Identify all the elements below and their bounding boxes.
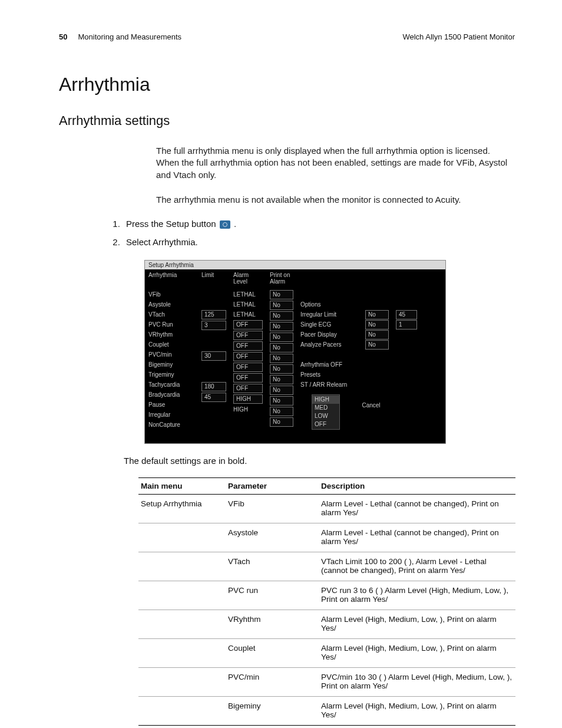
section-title: Monitoring and Measurements — [78, 32, 181, 41]
print-select[interactable]: No — [270, 417, 293, 427]
print-select[interactable]: No — [270, 322, 293, 331]
row-label: Irregular — [148, 410, 194, 420]
row-label: VTach — [148, 309, 194, 319]
limit-input[interactable]: 125 — [201, 310, 226, 319]
print-select[interactable]: No — [270, 407, 293, 416]
heading-2: Arrhythmia settings — [59, 113, 515, 129]
opt-single-ecg-a[interactable]: No — [365, 320, 389, 330]
col-head-limit: Limit — [201, 272, 226, 286]
opt-pacer-display: Pacer Display — [300, 330, 358, 340]
table-row: Setup ArrhythmiaVFibAlarm Level - Lethal… — [138, 495, 515, 523]
popup-option-off[interactable]: OFF — [312, 420, 339, 429]
col-head-print: Print on Alarm — [270, 272, 293, 286]
alarm-level-popup[interactable]: HIGH MED LOW OFF — [312, 394, 340, 430]
intro-paragraph-1: The full arrhythmia menu is only display… — [156, 145, 515, 181]
col-head-arrhythmia: Arrhythmia — [148, 272, 194, 286]
opt-single-ecg-b[interactable]: 1 — [396, 320, 417, 330]
step-1: Press the Setup button . — [123, 219, 515, 229]
steps-list: Press the Setup button . Select Arrhythm… — [123, 219, 515, 247]
print-select[interactable]: No — [270, 343, 293, 353]
alarm-select[interactable]: OFF — [233, 320, 263, 330]
table-row: PVC runPVC run 3 to 6 ( ) Alarm Level (H… — [138, 581, 515, 610]
row-label: Asystole — [148, 299, 194, 309]
limit-input[interactable]: 30 — [201, 351, 226, 361]
row-label: VRhythm — [148, 330, 194, 340]
popup-option-high[interactable]: HIGH — [312, 396, 339, 404]
alarm-select[interactable]: OFF — [233, 363, 263, 372]
print-select[interactable]: No — [270, 301, 293, 310]
limit-input[interactable]: 45 — [201, 393, 226, 402]
opt-irr-limit-b[interactable]: 45 — [396, 310, 417, 319]
row-label: NonCapture — [148, 420, 194, 430]
print-select[interactable]: No — [270, 386, 293, 395]
defaults-caption: The default settings are in bold. — [124, 456, 515, 466]
opt-arr-off[interactable]: Arrhythmia OFF — [300, 360, 358, 370]
row-label: Bradycardia — [148, 390, 194, 400]
intro-paragraph-2: The arrhythmia menu is not available whe… — [156, 194, 515, 206]
options-head: Options — [300, 299, 358, 309]
print-select[interactable]: No — [270, 290, 293, 299]
row-label: Couplet — [148, 340, 194, 350]
heading-1: Arrhythmia — [59, 74, 515, 95]
row-label: Bigeminy — [148, 360, 194, 370]
alarm-select[interactable]: OFF — [233, 373, 263, 383]
alarm-select[interactable]: HIGH — [233, 394, 263, 404]
opt-pacer-a[interactable]: No — [365, 330, 389, 340]
dialog-title: Setup Arrhythmia — [145, 261, 445, 269]
th-main-menu: Main menu — [138, 478, 226, 495]
setup-arrhythmia-dialog: Setup Arrhythmia Arrhythmia VFibAsystole… — [144, 260, 446, 444]
opt-analyze-a[interactable]: No — [365, 340, 389, 350]
opt-single-ecg: Single ECG — [300, 319, 358, 330]
opt-relearn[interactable]: ST / ARR Relearn — [300, 380, 358, 390]
alarm-select[interactable]: OFF — [233, 331, 263, 340]
table-row: AsystoleAlarm Level - Lethal (cannot be … — [138, 523, 515, 552]
setup-icon — [220, 220, 230, 229]
popup-option-low[interactable]: LOW — [312, 412, 339, 420]
row-label: VFib — [148, 289, 194, 299]
parameters-table: Main menu Parameter Description Setup Ar… — [138, 477, 515, 726]
opt-irr-limit: Irregular Limit — [300, 309, 358, 319]
table-row: VRyhthmAlarm Level (High, Medium, Low, )… — [138, 610, 515, 639]
row-label: PVC Run — [148, 319, 194, 330]
table-row: VTachVTach Limit 100 to 200 ( ), Alarm L… — [138, 552, 515, 581]
opt-irr-limit-a[interactable]: No — [365, 310, 389, 319]
alarm-select[interactable]: OFF — [233, 352, 263, 361]
print-select[interactable]: No — [270, 364, 293, 374]
print-select[interactable]: No — [270, 396, 293, 406]
th-parameter: Parameter — [226, 478, 319, 495]
alarm-select[interactable]: OFF — [233, 341, 263, 351]
alarm-select[interactable]: OFF — [233, 384, 263, 393]
product-name: Welch Allyn 1500 Patient Monitor — [402, 32, 515, 41]
table-row: CoupletAlarm Level (High, Medium, Low, )… — [138, 639, 515, 668]
row-label: Tachycardia — [148, 380, 194, 390]
table-row: PVC/minPVC/min 1to 30 ( ) Alarm Level (H… — [138, 668, 515, 697]
print-select[interactable]: No — [270, 311, 293, 321]
print-select[interactable]: No — [270, 375, 293, 384]
opt-presets[interactable]: Presets — [300, 370, 358, 380]
th-description: Description — [319, 478, 515, 495]
limit-input[interactable]: 180 — [201, 382, 226, 391]
col-head-alarm: Alarm Level — [233, 272, 263, 286]
print-select[interactable]: No — [270, 354, 293, 363]
limit-input[interactable]: 3 — [201, 321, 226, 330]
row-label: PVC/min — [148, 350, 194, 360]
page-header: 50 Monitoring and Measurements Welch All… — [59, 32, 515, 41]
popup-option-med[interactable]: MED — [312, 404, 339, 412]
table-row: BigeminyAlarm Level (High, Medium, Low, … — [138, 697, 515, 726]
page-number: 50 — [59, 32, 67, 41]
print-select[interactable]: No — [270, 332, 293, 342]
opt-analyze-pacers: Analyze Pacers — [300, 340, 358, 350]
row-label: Trigeminy — [148, 370, 194, 380]
step-2: Select Arrhythmia. — [123, 237, 515, 247]
row-label: Pause — [148, 400, 194, 410]
